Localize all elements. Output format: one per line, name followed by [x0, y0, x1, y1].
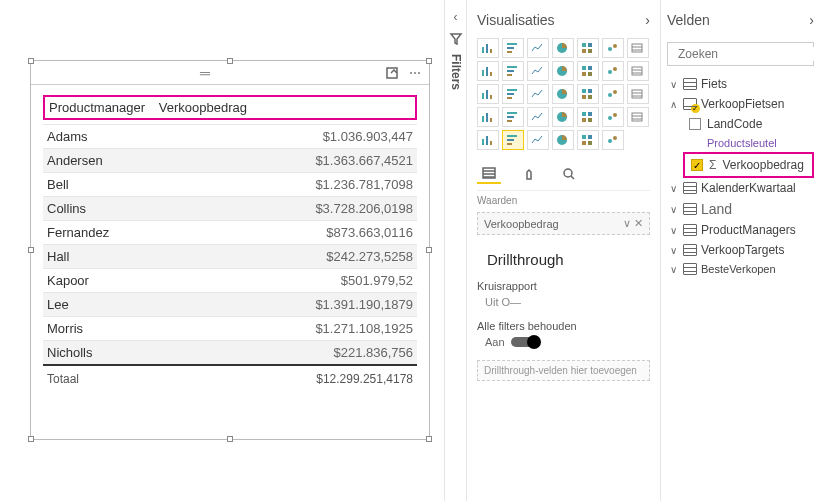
viz-type-icon[interactable]: [577, 84, 599, 104]
viz-type-icon[interactable]: [477, 38, 499, 58]
more-options-icon[interactable]: ⋯: [409, 66, 423, 80]
search-input[interactable]: [678, 47, 820, 61]
viz-type-icon[interactable]: [552, 61, 574, 81]
resize-handle[interactable]: [426, 436, 432, 442]
table-row[interactable]: Bell$1.236.781,7098: [43, 172, 417, 196]
cross-report-state[interactable]: Uit: [485, 296, 498, 308]
table-row[interactable]: Nicholls$221.836,756: [43, 340, 417, 364]
chevron-up-icon: ∧: [667, 99, 679, 110]
viz-type-icon[interactable]: [577, 107, 599, 127]
table-row[interactable]: Hall$242.273,5258: [43, 244, 417, 268]
viz-type-icon[interactable]: [477, 61, 499, 81]
viz-type-icon[interactable]: [527, 38, 549, 58]
viz-type-icon[interactable]: [527, 130, 549, 150]
viz-type-icon[interactable]: [627, 84, 649, 104]
resize-handle[interactable]: [426, 58, 432, 64]
viz-type-icon[interactable]: [502, 84, 524, 104]
svg-point-54: [608, 116, 612, 120]
column-header-verkoopbedrag[interactable]: Verkoopbedrag: [159, 100, 247, 115]
focus-mode-icon[interactable]: [385, 66, 399, 80]
viz-type-icon[interactable]: [552, 107, 574, 127]
viz-type-icon[interactable]: [602, 107, 624, 127]
svg-rect-18: [507, 66, 517, 68]
table-verkooptargets[interactable]: ∨ VerkoopTargets: [667, 240, 814, 260]
table-row[interactable]: Collins$3.728.206,0198: [43, 196, 417, 220]
resize-handle[interactable]: [28, 436, 34, 442]
viz-type-icon[interactable]: [577, 38, 599, 58]
checkbox[interactable]: [689, 118, 701, 130]
field-actions[interactable]: ∨ ✕: [623, 217, 643, 230]
viz-type-icon[interactable]: [627, 38, 649, 58]
viz-type-icon[interactable]: [502, 38, 524, 58]
svg-rect-22: [582, 66, 586, 70]
table-row[interactable]: Lee$1.391.190,1879: [43, 292, 417, 316]
resize-handle[interactable]: [426, 247, 432, 253]
viz-type-icon[interactable]: [477, 130, 499, 150]
values-well[interactable]: Verkoopbedrag ∨ ✕: [477, 212, 650, 235]
viz-type-icon[interactable]: [502, 130, 524, 150]
svg-rect-31: [490, 95, 492, 99]
table-visual[interactable]: ═ ⋯ Productmanager Verkoopbedrag Adams$1…: [30, 60, 430, 440]
field-landcode[interactable]: LandCode: [667, 114, 814, 134]
analytics-tab[interactable]: [557, 164, 581, 184]
viz-type-icon[interactable]: [477, 107, 499, 127]
value-field[interactable]: Verkoopbedrag: [484, 218, 559, 230]
column-header-productmanager[interactable]: Productmanager: [49, 100, 145, 115]
table-land[interactable]: ∨ Land: [667, 198, 814, 220]
drag-handle-icon[interactable]: ═: [37, 65, 375, 81]
resize-handle[interactable]: [227, 58, 233, 64]
checkbox-checked[interactable]: ✓: [691, 159, 703, 171]
table-row[interactable]: Andersen$1.363.667,4521: [43, 148, 417, 172]
table-row[interactable]: Morris$1.271.108,1925: [43, 316, 417, 340]
resize-handle[interactable]: [28, 247, 34, 253]
table-productmanagers[interactable]: ∨ ProductManagers: [667, 220, 814, 240]
viz-type-icon[interactable]: [502, 107, 524, 127]
fields-search[interactable]: [667, 42, 814, 66]
viz-type-icon[interactable]: [577, 130, 599, 150]
row-name: Morris: [47, 321, 83, 336]
viz-type-icon[interactable]: [552, 130, 574, 150]
chevron-left-icon[interactable]: ‹: [454, 10, 458, 24]
table-row[interactable]: Adams$1.036.903,447: [43, 124, 417, 148]
table-row[interactable]: Kapoor$501.979,52: [43, 268, 417, 292]
table-row[interactable]: Fernandez$873.663,0116: [43, 220, 417, 244]
viz-type-icon[interactable]: [602, 38, 624, 58]
table-kalenderkwartaal[interactable]: ∨ KalenderKwartaal: [667, 178, 814, 198]
chevron-right-icon[interactable]: ›: [809, 12, 814, 28]
viz-type-icon[interactable]: [577, 61, 599, 81]
filters-pane-collapsed[interactable]: ‹ Filters: [444, 0, 466, 501]
svg-rect-24: [582, 72, 586, 76]
viz-type-icon[interactable]: [627, 61, 649, 81]
svg-rect-62: [507, 143, 512, 145]
resize-handle[interactable]: [227, 436, 233, 442]
resize-handle[interactable]: [28, 58, 34, 64]
viz-type-icon[interactable]: [527, 61, 549, 81]
chevron-right-icon[interactable]: ›: [645, 12, 650, 28]
field-verkoopbedrag[interactable]: ✓ Σ Verkoopbedrag: [687, 155, 810, 175]
viz-type-icon[interactable]: [527, 107, 549, 127]
visualizations-title: Visualisaties: [477, 12, 555, 28]
fields-tab[interactable]: [477, 164, 501, 184]
report-canvas[interactable]: ═ ⋯ Productmanager Verkoopbedrag Adams$1…: [0, 0, 444, 501]
format-tab[interactable]: [517, 164, 541, 184]
filter-icon: [449, 32, 463, 46]
viz-type-icon[interactable]: [552, 38, 574, 58]
svg-rect-66: [582, 141, 586, 145]
viz-type-icon[interactable]: [602, 130, 624, 150]
field-productsleutel[interactable]: Productsleutel: [667, 134, 814, 152]
viz-type-icon[interactable]: [602, 84, 624, 104]
viz-type-icon[interactable]: [627, 107, 649, 127]
viz-type-icon[interactable]: [527, 84, 549, 104]
viz-type-icon[interactable]: [552, 84, 574, 104]
visualizations-pane: Visualisaties › Waarden Verkoopbedrag ∨ …: [466, 0, 660, 501]
viz-type-icon[interactable]: [502, 61, 524, 81]
chevron-down-icon: ∨: [667, 183, 679, 194]
visualization-gallery: [477, 38, 650, 150]
viz-type-icon[interactable]: [602, 61, 624, 81]
drillthrough-well[interactable]: Drillthrough-velden hier toevoegen: [477, 360, 650, 381]
table-fiets[interactable]: ∨ Fiets: [667, 74, 814, 94]
table-besteverkopen[interactable]: ∨ BesteVerkopen: [667, 260, 814, 278]
keep-filters-toggle[interactable]: [511, 337, 539, 347]
viz-type-icon[interactable]: [477, 84, 499, 104]
table-verkoopfietsen[interactable]: ∧ ✓ VerkoopFietsen: [667, 94, 814, 114]
